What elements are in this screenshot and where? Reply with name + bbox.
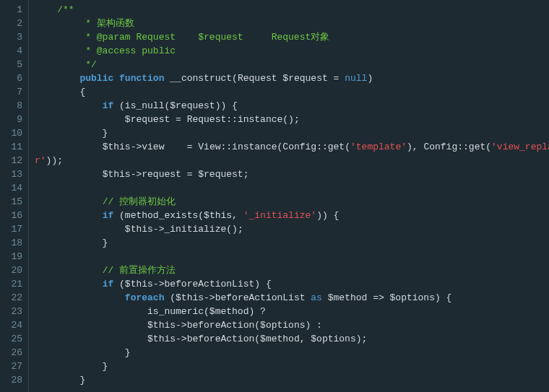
code-line: if (method_exists($this, '_initialize'))… [35, 209, 549, 222]
line-number: 17 [3, 222, 22, 236]
code-line: */ [35, 58, 549, 71]
code-editor: 1234567891011121314151617181920212223242… [0, 0, 549, 392]
line-number: 24 [3, 318, 22, 332]
line-number: 22 [3, 291, 22, 305]
line-number: 6 [3, 71, 22, 85]
line-number: 26 [3, 346, 22, 360]
code-line: r')); [35, 154, 549, 167]
code-line: // 控制器初始化 [35, 195, 549, 209]
line-number: 14 [3, 181, 22, 195]
code-line: if (is_null($request)) { [35, 99, 549, 113]
line-number: 21 [3, 277, 22, 291]
line-number: 27 [3, 360, 22, 373]
line-number: 10 [3, 126, 22, 140]
line-number: 1 [3, 3, 22, 17]
code-line: $this->beforeAction($options) : [35, 318, 549, 332]
line-number: 8 [3, 99, 22, 113]
code-line: } [35, 373, 549, 387]
code-line: $this->request = $request; [35, 167, 549, 181]
line-number: 5 [3, 58, 22, 71]
line-number: 13 [3, 167, 22, 181]
line-number: 20 [3, 263, 22, 277]
code-line: $this->beforeAction($method, $options); [35, 332, 549, 346]
code-line: } [35, 236, 549, 250]
code-line [35, 250, 549, 263]
code-line: $this->_initialize(); [35, 222, 549, 236]
line-number: 16 [3, 209, 22, 222]
line-number-gutter: 1234567891011121314151617181920212223242… [0, 0, 29, 392]
line-number: 4 [3, 44, 22, 58]
line-number: 2 [3, 17, 22, 30]
code-line: $request = Request::instance(); [35, 113, 549, 126]
line-number: 3 [3, 30, 22, 44]
line-number: 7 [3, 85, 22, 99]
line-number: 28 [3, 373, 22, 387]
code-line: is_numeric($method) ? [35, 305, 549, 318]
line-number: 12 [3, 154, 22, 167]
code-line: * @param Request $request Request对象 [35, 30, 549, 44]
code-line: if ($this->beforeActionList) { [35, 277, 549, 291]
code-line: * 架构函数 [35, 17, 549, 30]
line-number: 25 [3, 332, 22, 346]
code-line: { [35, 85, 549, 99]
code-line: /** [35, 3, 549, 17]
code-line [35, 181, 549, 195]
line-number: 11 [3, 140, 22, 154]
code-line: foreach ($this->beforeActionList as $met… [35, 291, 549, 305]
code-line: * @access public [35, 44, 549, 58]
code-line: $this->view = View::instance(Config::get… [35, 140, 549, 154]
code-line: } [35, 126, 549, 140]
line-number: 18 [3, 236, 22, 250]
code-line: } [35, 346, 549, 360]
code-content[interactable]: /** * 架构函数 * @param Request $request Req… [29, 0, 549, 392]
line-number: 23 [3, 305, 22, 318]
code-line: } [35, 360, 549, 373]
line-number: 19 [3, 250, 22, 263]
code-line: // 前置操作方法 [35, 263, 549, 277]
line-number: 15 [3, 195, 22, 209]
code-line: public function __construct(Request $req… [35, 71, 549, 85]
line-number: 9 [3, 113, 22, 126]
